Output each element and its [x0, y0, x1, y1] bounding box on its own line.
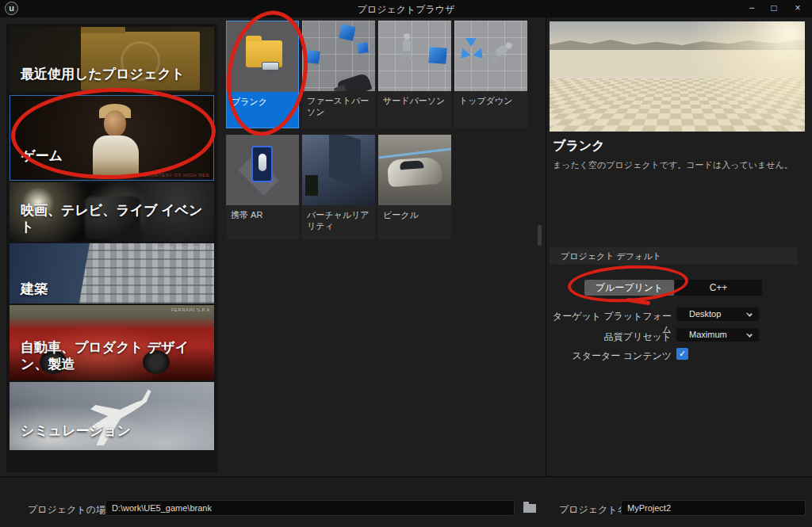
project-name-input[interactable]: [621, 500, 806, 516]
template-blank[interactable]: ブランク: [226, 21, 299, 128]
minimize-button[interactable]: −: [744, 2, 760, 16]
blue-arrow-icon: [465, 38, 477, 47]
mannequin-figure: [402, 33, 412, 60]
blue-arrow-icon: [457, 48, 471, 62]
cpp-button[interactable]: C++: [675, 280, 762, 296]
sidebar-item-film-tv-live-events[interactable]: 映画、テレビ、ライブ イベント: [10, 182, 214, 242]
target-platform-dropdown[interactable]: Desktop: [676, 307, 759, 321]
attribution-text: SAFDIE ARCHITECTS: [155, 246, 210, 250]
chevron-down-icon: [746, 331, 753, 338]
blue-arrow-icon: [473, 48, 487, 62]
folder-icon: [523, 504, 536, 513]
blue-cube: [428, 47, 446, 63]
quality-preset-dropdown[interactable]: Maximum: [676, 328, 759, 342]
templates-scrollbar[interactable]: [538, 225, 542, 246]
gun-silhouette: [337, 72, 373, 91]
third-person-thumbnail: [378, 21, 451, 91]
yellow-folder-icon: [246, 40, 282, 67]
project-name-label: プロジェクト名: [559, 503, 627, 517]
template-third-person[interactable]: サードパーソン: [378, 21, 451, 128]
vehicle-thumbnail: [378, 135, 451, 205]
template-label: ブランク: [227, 92, 298, 128]
simulation-thumbnail: [10, 382, 214, 450]
window-title: プロジェクトブラウザ: [358, 3, 455, 17]
project-defaults-header: プロジェクト デフォルト: [550, 247, 798, 265]
sidebar-item-simulation[interactable]: シミュレーション: [10, 382, 214, 450]
handheld-ar-thumbnail: [226, 135, 299, 205]
project-location-label: プロジェクトの場所: [28, 503, 115, 517]
maximize-button[interactable]: □: [766, 2, 782, 16]
sidebar-item-recent-projects[interactable]: 最近使用したプロジェクト: [10, 27, 214, 92]
blueprint-button[interactable]: ブループリント: [584, 280, 674, 296]
capsule-shape: [259, 154, 266, 171]
sidebar-item-label: シミュレーション: [21, 422, 131, 439]
browse-folder-button[interactable]: [523, 502, 538, 514]
starter-content-checkbox[interactable]: ✓: [676, 348, 688, 360]
detail-description: まったく空のプロジェクトです。コードは入っていません。: [553, 159, 803, 171]
sidebar-item-games[interactable]: ゲーム COURTESY OF HIGH RES: [10, 95, 214, 181]
vr-crate: [305, 175, 318, 196]
attribution-text: FERRARI S.P.A: [171, 307, 210, 312]
dropdown-value: Maximum: [689, 330, 727, 339]
sidebar-item-label: 自動車、プロダクト デザイン、製造: [21, 339, 199, 373]
template-vehicle[interactable]: ビークル: [378, 135, 451, 239]
template-preview-image: [550, 21, 805, 132]
portrait-head: [104, 110, 126, 137]
template-label: トップダウン: [454, 91, 527, 128]
first-person-thumbnail: [302, 21, 375, 91]
top-down-thumbnail: [454, 21, 527, 91]
detail-title: ブランク: [553, 138, 605, 155]
close-button[interactable]: ×: [790, 2, 806, 16]
template-label: ファーストパーソン: [302, 91, 375, 128]
track-edge: [378, 147, 451, 158]
template-label: バーチャルリアリティ: [302, 205, 375, 239]
sidebar-item-label: 最近使用したプロジェクト: [21, 66, 185, 82]
project-location-input[interactable]: [105, 500, 515, 516]
panel-divider: [546, 17, 546, 476]
blue-cube: [306, 50, 320, 64]
category-sidebar: 最近使用したプロジェクト ゲーム COURTESY OF HIGH RES 映画…: [6, 24, 217, 472]
games-thumbnail: [10, 96, 213, 180]
chevron-down-icon: [746, 311, 753, 317]
quality-preset-label: 品質プリセット: [550, 330, 672, 344]
dropdown-value: Desktop: [689, 309, 721, 319]
titlebar: u プロジェクトブラウザ − □ ×: [0, 0, 812, 17]
template-top-down[interactable]: トップダウン: [454, 21, 527, 128]
starter-content-label: スターター コンテンツ: [550, 349, 672, 363]
check-icon: ✓: [679, 349, 686, 358]
portrait-scarf: [93, 136, 139, 177]
sidebar-item-label: 映画、テレビ、ライブ イベント: [21, 202, 214, 236]
template-label: 携帯 AR: [226, 205, 299, 239]
mannequin-figure: [487, 40, 515, 63]
template-label: ビークル: [378, 205, 451, 239]
unreal-engine-logo-icon: u: [5, 2, 18, 15]
blue-cube: [339, 24, 355, 40]
virtual-reality-thumbnail: [302, 135, 375, 205]
sidebar-item-label: 建築: [21, 281, 48, 297]
phone-icon: [251, 146, 273, 182]
annotation-tail-blueprint: [626, 298, 650, 306]
template-label: サードパーソン: [378, 91, 451, 128]
sidebar-item-architecture[interactable]: 建築 SAFDIE ARCHITECTS: [10, 243, 214, 304]
sun-glow: [639, 21, 805, 132]
silver-car: [387, 157, 442, 188]
attribution-text: COURTESY OF HIGH RES: [143, 173, 209, 178]
template-handheld-ar[interactable]: 携帯 AR: [226, 135, 299, 239]
template-first-person[interactable]: ファーストパーソン: [302, 21, 375, 128]
blank-template-thumbnail: [227, 21, 298, 92]
template-virtual-reality[interactable]: バーチャルリアリティ: [302, 135, 375, 239]
blue-cube: [357, 42, 369, 54]
sidebar-item-automotive-product-design[interactable]: 自動車、プロダクト デザイン、製造 FERRARI S.P.A: [10, 305, 214, 380]
footer-bar: プロジェクトの場所 プロジェクト名: [0, 476, 812, 527]
vr-wall: [329, 135, 361, 187]
sidebar-item-label: ゲーム: [21, 147, 63, 164]
